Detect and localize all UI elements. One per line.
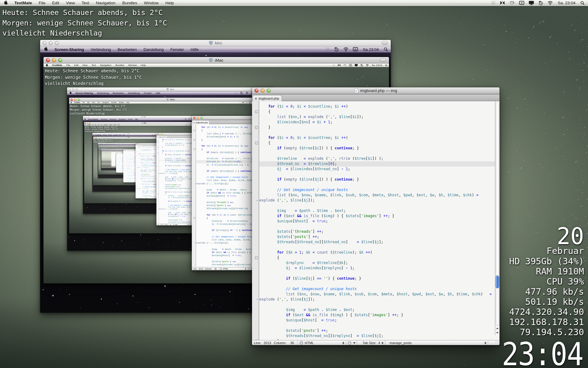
menu-item-bearbeiten[interactable]: Bearbeiten [111,92,126,94]
cpu-meter-icon[interactable] [181,118,184,120]
menu-item-hilfe[interactable]: Hilfe [122,134,125,135]
hotspot-icon[interactable]: H [190,124,191,125]
apple-menu[interactable] [69,102,73,104]
hotspot-icon[interactable]: H [248,102,251,104]
gear-icon[interactable] [348,341,352,345]
menu-item-window[interactable]: Window [113,125,117,125]
spotlight-icon[interactable] [384,63,388,67]
butterfly-icon[interactable] [153,138,154,139]
scrollbar-track[interactable] [496,102,499,325]
language-stepper-icon[interactable] [342,341,345,345]
fold-start-icon[interactable] [157,152,159,154]
menu-item-bundles[interactable]: Bundles [108,125,113,125]
menu-item-window[interactable]: Window [126,64,139,67]
tabsize-stepper-icon[interactable] [381,341,384,345]
time-machine-icon[interactable] [133,144,134,145]
apple-menu[interactable] [43,63,50,67]
menu-item-edit[interactable]: Edit [49,1,62,5]
menu-item-hilfe[interactable]: Hilfe [111,150,112,150]
fold-end-icon[interactable] [136,151,137,152]
time-machine-icon[interactable] [537,0,545,6]
menu-item-view[interactable]: View [91,102,96,103]
menu-item-screen-sharing[interactable]: Screen-Sharing [74,92,95,94]
menu-item-darstellung[interactable]: Darstellung [113,134,118,135]
cpu-meter-icon[interactable] [490,0,497,6]
menu-item-help[interactable]: Help [125,102,130,103]
coffee-cup-icon[interactable] [343,63,347,67]
menu-item-window[interactable]: Window [141,1,162,5]
tab-close-icon[interactable]: × [157,136,158,137]
fold-start-icon[interactable] [194,217,195,219]
apple-menu[interactable] [0,0,11,6]
menu-item-textmate[interactable]: TextMate [73,102,81,103]
menu-item-file[interactable]: File [81,102,86,103]
menu-item-file[interactable]: File [64,64,72,67]
fold-end-icon[interactable] [157,147,159,148]
apple-menu[interactable] [92,134,94,136]
display-icon[interactable] [354,63,359,67]
menu-item-bearbeiten[interactable]: Bearbeiten [107,134,113,135]
cpu-meter-icon[interactable] [332,63,336,67]
status-language[interactable]: HTML [175,224,178,225]
wifi-icon[interactable] [365,63,370,67]
apple-menu[interactable] [67,91,74,95]
menu-item-darstellung[interactable]: Darstellung [110,144,113,145]
time-machine-icon[interactable] [333,46,340,52]
menu-item-help[interactable]: Help [162,1,177,5]
fold-start-icon[interactable] [157,141,159,142]
menu-item-verbindung[interactable]: Verbindung [95,92,111,94]
butterfly-icon[interactable] [499,0,506,6]
gear-icon[interactable] [155,198,156,199]
menu-item-screen-sharing[interactable]: Screen-Sharing [51,47,87,52]
language-stepper-icon[interactable] [154,197,154,198]
menu-item-view[interactable]: View [63,1,78,5]
menu-item-bundles[interactable]: Bundles [113,64,126,67]
menu-item-textmate[interactable]: TextMate [94,138,97,139]
wifi-icon[interactable] [154,134,155,136]
menu-item-view[interactable]: View [80,64,89,67]
tab-close-icon[interactable]: × [254,97,257,100]
editor-area[interactable]: for ($i = 0; $i < $countline; $i ++) { l… [252,101,499,340]
menu-item-darstellung[interactable]: Darstellung [140,47,167,52]
menu-item-file[interactable]: File [36,1,49,5]
menu-item-fenster[interactable]: Fenster [142,92,154,94]
menu-item-edit[interactable]: Edit [72,64,81,67]
gear-icon[interactable] [190,224,191,225]
menu-item-verbindung[interactable]: Verbindung [99,118,108,120]
menu-item-verbindung[interactable]: Verbindung [102,134,107,135]
butterfly-icon[interactable] [186,124,187,125]
scrollbar-thumb[interactable] [496,275,499,288]
gear-caret-icon[interactable] [353,342,356,344]
menu-item-help[interactable]: Help [112,138,114,139]
menu-item-screen-sharing[interactable]: Screen-Sharing [99,144,104,145]
butterfly-icon[interactable] [337,63,341,67]
language-stepper-icon[interactable] [187,224,188,225]
menu-item-window[interactable]: Window [110,138,112,139]
menu-item-darstellung[interactable]: Darstellung [118,118,127,120]
menu-item-edit[interactable]: Edit [94,125,97,125]
menu-item-text[interactable]: Text [78,1,93,5]
status-language[interactable]: HTML [120,172,120,173]
coffee-cup-icon[interactable] [508,0,516,6]
fold-end-icon[interactable] [194,139,195,141]
tab-close-icon[interactable]: × [136,145,137,146]
menu-item-hilfe[interactable]: Hilfe [187,47,202,52]
menubar-clock[interactable]: Sa. 23:04 [556,1,577,5]
menu-item-window[interactable]: Window [118,102,125,103]
menu-item-help[interactable]: Help [139,64,148,67]
menu-item-view[interactable]: View [97,125,100,125]
cpu-meter-icon[interactable] [132,144,133,145]
menu-item-hilfe[interactable]: Hilfe [134,118,139,120]
menu-item-bundles[interactable]: Bundles [107,138,110,139]
wifi-icon[interactable] [134,144,135,145]
apple-menu[interactable] [84,124,86,125]
tab-imgboard-php[interactable]: ×imgboard.php [252,95,282,102]
cpu-meter-icon[interactable] [150,134,152,136]
coffee-cup-icon[interactable] [245,102,248,104]
menu-item-textmate[interactable]: TextMate [86,125,91,125]
apple-menu[interactable] [83,118,87,120]
hotspot-icon[interactable]: H [518,0,526,6]
menu-item-fenster[interactable]: Fenster [118,134,122,135]
vertical-scrollbar[interactable] [495,101,499,335]
symbol-stepper-icon[interactable] [484,341,487,345]
